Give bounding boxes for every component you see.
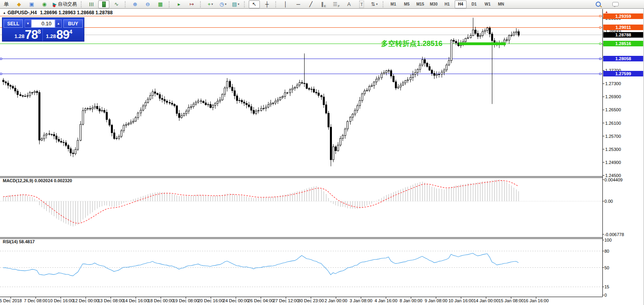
volume-down-button[interactable]: ▼ [25, 19, 31, 28]
vertical-line-icon[interactable]: │ [280, 0, 291, 8]
buy-button[interactable]: BUY [63, 19, 83, 28]
line-right-handle[interactable] [599, 27, 601, 29]
chart-scroll-marker-icon[interactable]: ▲ [605, 10, 608, 14]
text-label-icon-glyph: T [359, 1, 364, 8]
auto-scroll-icon-glyph: ▸ [178, 1, 181, 8]
toolbar-separator [81, 1, 83, 8]
signals-icon[interactable]: ◉ [39, 0, 50, 8]
macd-indicator-label: MACD(12,26,9) 0.002024 0.002320 [3, 178, 72, 183]
sell-button[interactable]: SELL [4, 19, 23, 28]
market-watch-icon[interactable]: ▣ [26, 0, 37, 8]
arrows-icon[interactable]: ⇅▾ [369, 0, 380, 8]
toolbar-separator [169, 1, 171, 8]
line-left-handle[interactable] [0, 58, 2, 60]
timeframe-m5-button[interactable]: M5 [401, 0, 413, 8]
chart-window[interactable]: 1.293001.289001.285001.281001.277001.273… [0, 9, 644, 305]
candlestick-icon[interactable] [98, 0, 109, 8]
price-axis[interactable] [603, 9, 644, 297]
toolbar-separator [383, 1, 385, 8]
pivot-annotation: 多空转折点1.28516 [381, 39, 442, 48]
toolbar-separator [275, 1, 277, 8]
line-right-handle[interactable] [599, 73, 601, 75]
autotrading-button[interactable]: ▶自动交易 [51, 0, 78, 8]
templates-icon[interactable]: ▤▾ [230, 0, 241, 8]
toolbar-separator [125, 1, 127, 8]
new-order-button[interactable]: 单 [1, 0, 12, 8]
volume-input[interactable] [31, 19, 55, 28]
top-toolbar: 单◆▣◉▶自动交易☰∿⊕⊖▦▸↦+▾◷▾▤▾↖┼│─╱∥E☰FAT⇅▾M1M5M… [0, 0, 644, 9]
volume-stepper: ▼ ▲ [25, 19, 62, 28]
buy-price-display[interactable]: 1.28894 [43, 28, 83, 41]
sell-price-prefix: 1.28 [14, 33, 24, 39]
line-left-handle[interactable] [0, 73, 2, 75]
crosshair-icon[interactable]: ┼ [261, 0, 272, 8]
text-label-icon[interactable]: T [356, 0, 367, 8]
zoom-out-icon[interactable]: ⊖ [142, 0, 153, 8]
collapse-icon[interactable]: ▲ [3, 11, 6, 15]
text-icon[interactable]: A [343, 0, 354, 8]
toolbar-separator [200, 1, 202, 8]
trendline-icon[interactable]: ╱ [305, 0, 316, 8]
tile-windows-icon[interactable]: ▦ [155, 0, 166, 8]
toolbar-search-button[interactable] [593, 0, 604, 8]
buy-price-pip: 4 [69, 29, 72, 35]
sell-price-pip: 8 [38, 29, 41, 35]
sell-price-big: 78 [25, 29, 38, 40]
templates-icon-dropdown[interactable]: ▾ [238, 2, 239, 6]
indicators-icon-dropdown[interactable]: ▾ [211, 2, 213, 6]
channel-icon[interactable]: ∥E [318, 0, 329, 8]
indicators-icon[interactable]: +▾ [205, 0, 216, 8]
toolbar-groups: 单◆▣◉▶自动交易☰∿⊕⊖▦▸↦+▾◷▾▤▾↖┼│─╱∥E☰FAT⇅▾M1M5M… [0, 0, 592, 9]
timeframe-h4-button[interactable]: H4 [455, 0, 467, 8]
metaeditor-icon-glyph: ◆ [17, 1, 21, 8]
macd-histogram [4, 179, 519, 226]
bar-chart-icon[interactable]: ☰ [86, 0, 97, 8]
zoom-in-icon[interactable]: ⊕ [130, 0, 141, 8]
arrows-icon-glyph: ⇅ [371, 1, 375, 8]
periods-icon[interactable]: ◷▾ [217, 0, 229, 8]
line-right-handle[interactable] [599, 15, 601, 17]
timeframe-h1-button[interactable]: H1 [441, 0, 453, 8]
volume-up-button[interactable]: ▲ [55, 19, 62, 28]
autotrading-button-label: 自动交易 [58, 1, 77, 8]
timeframe-m15-button[interactable]: M15 [414, 0, 426, 8]
metaeditor-icon[interactable]: ◆ [13, 0, 25, 8]
crosshair-icon-glyph: ┼ [265, 1, 269, 8]
search-icon [596, 2, 601, 7]
periods-icon-glyph: ◷ [219, 1, 224, 8]
timeframe-m1-button[interactable]: M1 [387, 0, 399, 8]
fibonacci-icon[interactable]: ☰F [331, 0, 342, 8]
timeframe-d1-button[interactable]: D1 [468, 0, 480, 8]
bar-chart-icon-glyph: ☰ [88, 2, 94, 7]
text-icon-glyph: A [347, 1, 351, 8]
line-chart-icon[interactable]: ∿ [111, 0, 122, 8]
line-right-handle[interactable] [599, 43, 601, 45]
buy-price-prefix: 1.28 [46, 33, 56, 39]
fibonacci-icon-sub: F [338, 4, 340, 8]
rsi-line [3, 253, 518, 276]
timeframe-mn-button[interactable]: MN [495, 0, 507, 8]
line-right-handle[interactable] [599, 58, 601, 60]
horizontal-line-icon[interactable]: ─ [293, 0, 304, 8]
sell-price-display[interactable]: 1.28788 [2, 28, 42, 41]
horizontal-lines[interactable] [0, 16, 602, 74]
chart-shift-icon[interactable]: ↦ [186, 0, 197, 8]
arrows-icon-dropdown[interactable]: ▾ [376, 2, 377, 6]
timeframe-m30-button[interactable]: M30 [428, 0, 440, 8]
toolbar-right-group [592, 0, 622, 8]
time-axis[interactable] [0, 297, 602, 305]
timeframe-w1-button[interactable]: W1 [482, 0, 493, 8]
chart-symbol-period: GBPUSD-,H4 [8, 10, 37, 15]
cursor-icon[interactable]: ↖ [249, 0, 260, 8]
toolbar-separator [244, 1, 246, 8]
chart-title: ▲GBPUSD-,H41.28696 1.28963 1.28668 1.287… [3, 10, 112, 15]
cursor-icon-glyph: ↖ [252, 1, 257, 8]
toolbar-chat-button[interactable] [610, 0, 621, 8]
periods-icon-dropdown[interactable]: ▾ [225, 2, 227, 6]
chat-icon [612, 2, 619, 6]
auto-scroll-icon[interactable]: ▸ [173, 0, 185, 8]
channel-icon-glyph: ∥ [321, 1, 324, 8]
candlestick-glyph [102, 2, 106, 7]
chart-canvas[interactable] [0, 9, 644, 305]
tile-windows-icon-glyph: ▦ [158, 1, 163, 8]
